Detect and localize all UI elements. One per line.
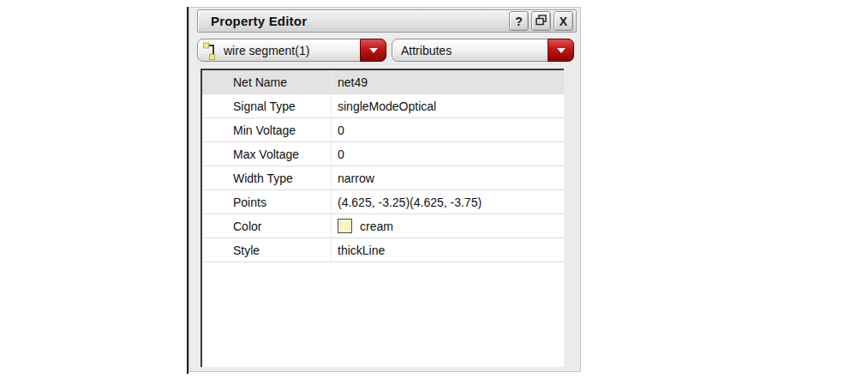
property-table: Net Namenet49Signal TypesingleModeOptica… [201,69,564,367]
undock-button[interactable] [531,11,551,31]
property-label: Min Voltage [202,118,332,141]
property-value-text: singleModeOptical [338,99,436,113]
property-value[interactable]: (4.625, -3.25)(4.625, -3.75) [332,196,564,209]
property-value[interactable]: narrow [332,171,564,185]
panel-titlebar[interactable]: Property Editor ? X [197,9,577,33]
property-label: Style [202,238,332,262]
property-label: Width Type [202,166,332,190]
property-editor-panel: Property Editor ? X [189,7,581,372]
chevron-down-icon [557,48,566,53]
object-selector-label: wire segment(1) [220,44,309,57]
property-value[interactable]: singleModeOptical [332,99,564,113]
property-row[interactable]: Points(4.625, -3.25)(4.625, -3.75) [202,190,564,214]
titlebar-buttons: ? X [509,11,573,31]
property-label: Max Voltage [202,142,332,165]
help-button[interactable]: ? [509,11,529,31]
property-value-text: net49 [338,75,368,89]
color-swatch[interactable] [338,219,352,233]
property-label: Net Name [202,70,332,93]
view-selector-dropdown[interactable]: Attributes [392,39,574,62]
property-row[interactable]: Min Voltage0 [202,118,564,142]
object-selector-dropdown[interactable]: wire segment(1) [197,39,386,62]
property-value-text: narrow [338,171,374,185]
property-value[interactable]: 0 [332,147,564,161]
property-row[interactable]: Max Voltage0 [202,142,564,166]
property-value-text: cream [360,220,393,233]
panel-title: Property Editor [198,14,307,28]
property-value[interactable]: net49 [332,75,564,89]
property-value-text: thickLine [338,244,385,257]
property-row[interactable]: StylethickLine [202,238,564,262]
property-row[interactable]: Colorcream [202,214,564,238]
view-selector-label: Attributes [392,44,452,57]
property-value[interactable]: cream [332,219,564,233]
property-label: Signal Type [202,94,332,117]
close-button[interactable]: X [554,11,573,31]
property-value-text: 0 [338,147,344,161]
wire-segment-icon [201,41,220,60]
chevron-down-icon [369,48,378,53]
restore-icon [536,15,547,28]
object-dropdown-button[interactable] [360,39,386,62]
selector-row: wire segment(1) Attributes [197,39,577,62]
property-row[interactable]: Width Typenarrow [202,166,564,190]
page-background: Property Editor ? X [0,0,868,379]
view-dropdown-button[interactable] [548,39,574,62]
property-value-text: (4.625, -3.25)(4.625, -3.75) [338,196,482,209]
property-row[interactable]: Net Namenet49 [202,70,564,94]
property-value[interactable]: 0 [332,123,564,137]
property-value[interactable]: thickLine [332,244,564,257]
property-label: Points [202,190,332,214]
property-value-text: 0 [338,123,344,137]
close-icon: X [560,15,567,28]
help-icon: ? [515,15,523,28]
property-label: Color [202,214,332,238]
property-row[interactable]: Signal TypesingleModeOptical [202,94,564,118]
